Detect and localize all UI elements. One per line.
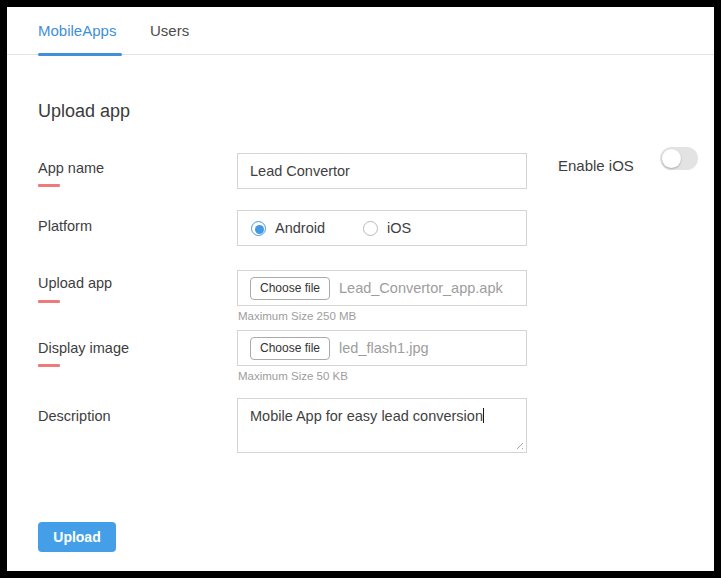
enable-ios-toggle[interactable] bbox=[660, 147, 698, 170]
page-title: Upload app bbox=[38, 101, 130, 122]
tab-users[interactable]: Users bbox=[150, 7, 189, 55]
active-tab-underline bbox=[38, 53, 122, 56]
radio-android-circle bbox=[251, 221, 266, 236]
platform-radio-group: Android iOS bbox=[237, 210, 527, 246]
display-image-size-hint: Maximum Size 50 KB bbox=[238, 370, 348, 382]
description-label: Description bbox=[38, 408, 111, 424]
app-name-required-marker bbox=[38, 184, 60, 187]
radio-ios-label: iOS bbox=[387, 220, 411, 236]
upload-app-label: Upload app bbox=[38, 275, 112, 291]
upload-app-size-hint: Maximum Size 250 MB bbox=[238, 310, 356, 322]
display-image-choose-file-button[interactable]: Choose file bbox=[250, 337, 330, 360]
toggle-knob bbox=[662, 149, 681, 168]
description-textarea[interactable]: Mobile App for easy lead conversion bbox=[237, 398, 527, 453]
radio-android-label: Android bbox=[275, 220, 325, 236]
radio-ios-circle bbox=[363, 221, 378, 236]
resize-handle-icon[interactable] bbox=[514, 440, 523, 449]
enable-ios-label: Enable iOS bbox=[558, 157, 634, 174]
upload-app-filename: Lead_Convertor_app.apk bbox=[339, 280, 503, 296]
text-caret bbox=[483, 408, 484, 423]
upload-button[interactable]: Upload bbox=[38, 522, 116, 552]
radio-ios[interactable]: iOS bbox=[363, 220, 411, 236]
upload-app-page: MobileApps Users Upload app App name Ena… bbox=[7, 7, 714, 571]
app-name-label: App name bbox=[38, 160, 104, 176]
platform-label: Platform bbox=[38, 218, 92, 234]
display-image-file-field: Choose file led_flash1.jpg bbox=[237, 330, 527, 366]
radio-android[interactable]: Android bbox=[251, 220, 325, 236]
display-image-required-marker bbox=[38, 364, 60, 367]
upload-app-file-field: Choose file Lead_Convertor_app.apk bbox=[237, 270, 527, 306]
app-name-input[interactable] bbox=[237, 153, 527, 189]
upload-app-choose-file-button[interactable]: Choose file bbox=[250, 277, 330, 300]
display-image-label: Display image bbox=[38, 340, 129, 356]
display-image-filename: led_flash1.jpg bbox=[339, 340, 429, 356]
upload-app-required-marker bbox=[38, 300, 60, 303]
tab-bar: MobileApps Users bbox=[7, 7, 714, 55]
tab-mobileapps[interactable]: MobileApps bbox=[38, 7, 116, 55]
description-text: Mobile App for easy lead conversion bbox=[250, 408, 483, 424]
